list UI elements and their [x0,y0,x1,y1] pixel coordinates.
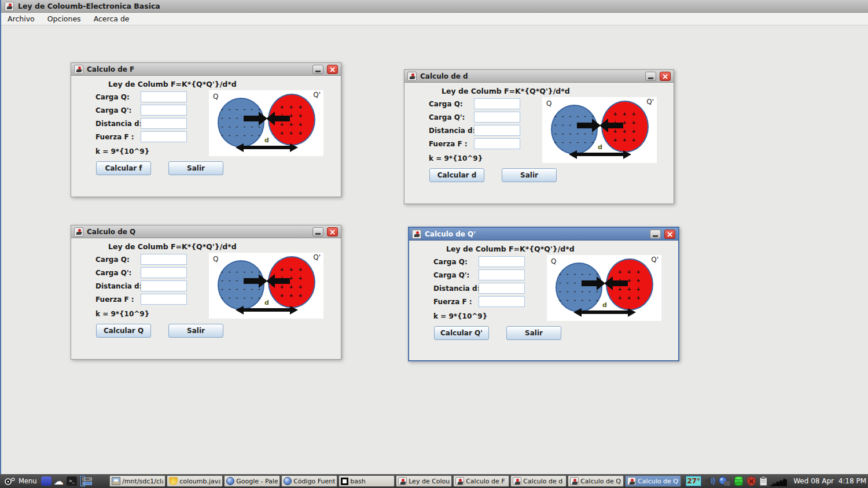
minus-row: - - - - - - [220,116,262,121]
fuerza-input[interactable] [141,294,187,305]
carga-q-input[interactable] [141,91,187,102]
plus-row: + + + [280,113,303,119]
minimize-button[interactable] [312,65,323,74]
plus-row: + + + [280,284,303,290]
window-titlebar[interactable]: Calculo de F × [71,63,341,76]
firewall-shield-icon[interactable] [746,476,756,486]
distancia-input[interactable] [479,283,525,294]
negative-charge-sphere: - - - - - - - - - - - - - - - - - - - - … [551,105,598,154]
salir-button[interactable]: Salir [168,324,223,338]
taskbar-item-calculo-de-q[interactable]: Calculo de Q [568,475,624,487]
taskbar-item-browser-codigo[interactable]: Código Fuente [281,475,337,487]
main-window-title: Ley de Coloumb-Electronica Basica [18,2,160,10]
menu-acerca-de[interactable]: Acerca de [87,13,136,25]
fuerza-input[interactable] [479,296,525,307]
carga-q-label: Carga Q: [95,93,130,101]
positive-charge-sphere: + + + + + + + + + + + + [268,94,315,146]
internal-window-calculo-de-q: Calculo de Q × Ley de Columb F=K*{Q*Q'}/… [71,225,341,360]
disk-icon[interactable] [734,476,744,486]
carga-q-prime-input[interactable] [141,105,187,116]
positive-charge-sphere: + + + + + + + + + + + + [601,101,649,153]
distancia-input[interactable] [141,118,187,129]
internal-window-calculo-de-q-prime: Calculo de Q' × Ley de Columb F=K*{Q*Q'}… [408,227,679,361]
minimize-icon [653,235,658,237]
minimize-button[interactable] [645,72,656,81]
calcular-d-button[interactable]: Calcular d [429,168,484,182]
carga-q-prime-input[interactable] [479,269,525,280]
minus-row: - - - - - - [558,280,599,286]
minus-row: - - - - - - [558,272,599,277]
minus-row: - - - - - - [554,131,595,136]
close-button[interactable]: × [660,72,671,81]
close-button[interactable]: × [664,230,675,239]
salir-button[interactable]: Salir [168,161,223,175]
minimize-icon [315,71,321,72]
q-label: Q [551,257,556,265]
q-label: Q [213,255,218,263]
minimize-button[interactable] [312,227,323,236]
java-app-icon [627,477,636,485]
window-border [0,0,1,488]
plus-row: + + + [618,269,641,275]
quick-launchers: ☁ >_ [41,476,77,486]
carga-q-input[interactable] [474,98,520,109]
distancia-label: Distancia d: [95,120,142,128]
window-titlebar[interactable]: Calculo de Q × [71,225,341,238]
taskbar-item-browser-google[interactable]: Google - Pale M [224,475,280,487]
workspace-2[interactable] [83,476,84,486]
distance-d-label: d [264,136,269,144]
carga-q-prime-input[interactable] [141,267,187,278]
menu-opciones[interactable]: Opciones [41,13,87,25]
minimize-button[interactable] [650,230,661,239]
clipboard-icon[interactable] [759,476,768,486]
cloud-icon[interactable]: ☁ [54,476,64,486]
launcher-app-icon[interactable] [41,476,52,486]
fuerza-input[interactable] [141,131,187,142]
menu-button[interactable]: Menu [2,475,39,487]
internal-window-calculo-de-d: Calculo de d × Ley de Columb F=K*{Q*Q'}/… [404,69,674,204]
network-icon[interactable] [719,476,731,486]
workspace-pager[interactable] [80,476,86,486]
taskbar-item-ley-de-coloumb[interactable]: Ley de Coloum [396,475,452,487]
volume-icon[interactable] [704,476,716,486]
fuerza-input[interactable] [474,138,520,149]
menu-archivo[interactable]: Archivo [1,13,41,25]
taskbar-item-file-manager[interactable]: /mnt/sdc1/clave [109,475,165,487]
window-titlebar[interactable]: Calculo de Q' × [409,228,678,241]
salir-button[interactable]: Salir [502,168,557,182]
cpu-graph-icon[interactable] [771,476,787,486]
fuerza-label: Fuerza F : [95,133,134,141]
salir-button[interactable]: Salir [506,326,561,340]
carga-q-input[interactable] [479,256,525,267]
minus-row: - - - - - - [220,287,262,292]
distancia-input[interactable] [141,280,187,291]
distancia-input[interactable] [474,125,520,136]
window-titlebar[interactable]: Calculo de d × [404,70,674,83]
minus-row: - - - - - - [554,140,595,145]
plus-row: + + + [618,295,641,301]
calcular-q-button[interactable]: Calcular Q [96,324,151,338]
calcular-f-button[interactable]: Calcular f [96,161,151,175]
taskbar-item-calculo-de-f[interactable]: Calculo de F [453,475,509,487]
charges-diagram: Q Q' - - - - - - - - - - - - - - - - - -… [547,255,661,321]
distance-d-label: d [264,299,269,306]
plus-row: + + + [280,275,303,281]
close-button[interactable]: × [327,227,338,236]
calcular-q-prime-button[interactable]: Calcular Q' [434,326,489,340]
close-button[interactable]: × [327,65,338,74]
window-title: Calculo de Q [87,228,309,236]
taskbar-item-bash[interactable]: bash [339,475,395,487]
minus-row: - - - - - - [558,298,599,303]
window-icon [412,230,421,239]
taskbar-item-calculo-de-d[interactable]: Calculo de d [510,475,567,487]
charges-diagram: Q Q' - - - - - - - - - - - - - - - - - -… [542,97,657,163]
plus-row: + + + [618,278,641,283]
q-prime-label: Q' [313,253,321,261]
carga-q-input[interactable] [141,254,187,265]
clock: Wed 08 Apr 4:18 PM [793,477,866,485]
main-titlebar[interactable]: Ley de Coloumb-Electronica Basica [0,0,868,13]
taskbar-item-calculo-de-q-prime[interactable]: Calculo de Q' [625,475,681,487]
terminal-icon[interactable]: >_ [67,476,77,486]
carga-q-prime-input[interactable] [474,112,520,123]
taskbar-item-editor[interactable]: coloumb.java - [167,475,223,487]
